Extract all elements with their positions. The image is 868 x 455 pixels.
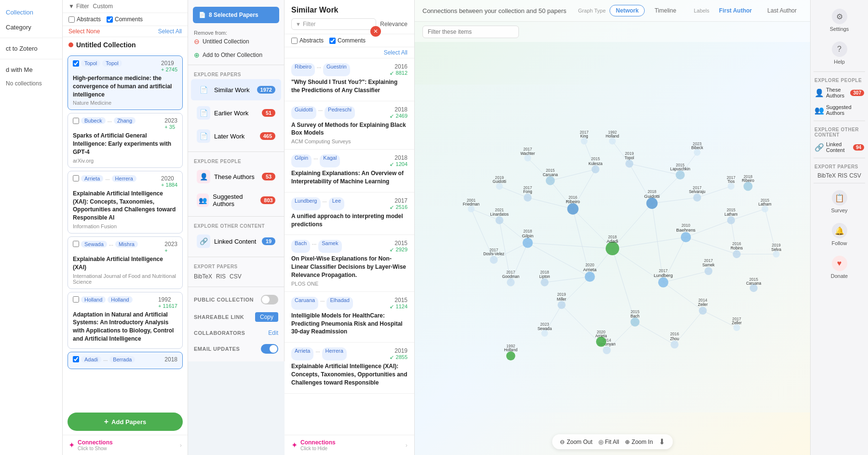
donate-button[interactable]: ♥ Donate: [811, 251, 868, 284]
similar-card-header: Arrieta ... Herrera 2019 ↙ 2855: [291, 347, 407, 360]
settings-button[interactable]: ⚙ Settings: [811, 4, 868, 37]
remove-from-item[interactable]: ⊖ Untitled Collection: [194, 38, 278, 45]
similar-paper-title: Explainable Artificial Intelligence (XAI…: [291, 362, 407, 386]
paper-checkbox[interactable]: [73, 60, 79, 67]
similar-paper-title: Intelligible Models for HealthCare: Pred…: [291, 312, 407, 336]
add-papers-button[interactable]: + Add Papers: [68, 413, 183, 431]
zoom-out-button[interactable]: ⊖ Zoom Out: [560, 439, 592, 445]
these-authors-badge: 53: [262, 173, 275, 180]
comments-checkbox[interactable]: [107, 16, 113, 23]
selected-papers-button[interactable]: 📄 8 Selected Papers: [193, 7, 279, 23]
network-filter-input[interactable]: [422, 26, 519, 38]
sidebar-item-shared[interactable]: d with Me: [0, 62, 62, 77]
add-to-item[interactable]: ⊕ Add to Other Collection: [188, 49, 284, 61]
similar-authors: Bach ... Samek: [291, 240, 342, 253]
paper-checkbox[interactable]: [73, 296, 79, 303]
zoom-in-button[interactable]: ⊕ Zoom In: [625, 439, 653, 445]
svg-point-78: [592, 165, 599, 173]
paper-checkbox[interactable]: [73, 356, 79, 362]
paper-card[interactable]: Topol Topol 2019 + 2745 High-performance…: [68, 55, 183, 110]
abstracts-checkbox-label[interactable]: Abstracts: [68, 16, 101, 23]
sidebar-item-category[interactable]: Category: [0, 20, 62, 35]
explore-papers-label: EXPLORE PAPERS: [188, 69, 284, 78]
connections-bar[interactable]: ✦ Connections Click to Show ›: [63, 435, 188, 455]
relevance-button[interactable]: Relevance: [380, 21, 407, 28]
select-all-button[interactable]: Select All: [158, 28, 182, 35]
graph-type-section: Graph Type Network Timeline: [578, 5, 682, 16]
fit-all-button[interactable]: ◎ Fit All: [598, 439, 619, 445]
public-collection-toggle[interactable]: [261, 295, 278, 304]
csv-export-button[interactable]: CSV: [230, 273, 242, 280]
paper-card[interactable]: Sewada ... Mishra 2023 + Explainable Art…: [68, 236, 183, 289]
section-divider: [188, 65, 284, 65]
similar-connections-bar[interactable]: ✦ Connections Click to Hide ›: [285, 435, 414, 455]
similar-year-col: 2016 ↙ 8812: [390, 63, 407, 76]
right-explore-people-label: EXPLORE PEOPLE: [811, 74, 868, 84]
similar-comments-checkbox[interactable]: [329, 38, 336, 44]
svg-text:2014: 2014: [698, 298, 707, 303]
first-author-button[interactable]: First Author: [713, 5, 758, 16]
zoom-in-icon: ⊕: [625, 439, 630, 445]
similar-paper-card[interactable]: Bach ... Samek 2015 ↙ 2929 On Pixel-Wise…: [285, 235, 414, 291]
explore-other-label: EXPLORE OTHER CONTENT: [188, 221, 284, 230]
help-button[interactable]: ? Help: [811, 37, 868, 69]
similar-comments-label[interactable]: Comments: [329, 37, 366, 44]
earlier-work-button[interactable]: 📄 Earlier Work 51: [191, 102, 281, 124]
right-linked-content-button[interactable]: 🔗 Linked Content 94: [811, 138, 868, 156]
svg-text:2018: 2018: [744, 175, 753, 179]
filter-button[interactable]: ▼ Filter: [68, 3, 89, 10]
sidebar-item-collection[interactable]: Collection: [0, 5, 62, 20]
paper-card[interactable]: Bubeck ... Zhang 2023 + 35 Sparks of Art…: [68, 113, 183, 167]
author-tag: Mishra: [115, 241, 138, 248]
linked-content-button[interactable]: 🔗 Linked Content 19: [191, 231, 281, 252]
edit-button[interactable]: Edit: [268, 330, 278, 336]
survey-button[interactable]: 📋 Survey: [811, 185, 868, 218]
network-svg[interactable]: Adadi 2018 Ribeiro 2016 Guidotti 2018 Ar…: [415, 42, 810, 455]
similar-abstracts-checkbox[interactable]: [291, 38, 298, 44]
timeline-type-button[interactable]: Timeline: [649, 5, 682, 16]
last-author-button[interactable]: Last Author: [761, 5, 802, 16]
comments-checkbox-label[interactable]: Comments: [107, 16, 143, 23]
svg-text:2018: 2018: [648, 190, 657, 194]
author-dots: ...: [105, 175, 109, 182]
svg-text:Doshi-Velez: Doshi-Velez: [483, 252, 504, 256]
collection-dot: [68, 42, 73, 47]
these-authors-button[interactable]: 👤 These Authors 53: [191, 166, 281, 187]
right-bibtex-button[interactable]: BibTeX: [817, 172, 836, 179]
email-updates-toggle[interactable]: [261, 344, 278, 354]
later-work-button[interactable]: 📄 Later Work 465: [191, 125, 281, 147]
similar-paper-card[interactable]: Gilpin ... Kagal 2018 ↙ 1204 Explaining …: [285, 150, 414, 193]
similar-abstracts-label[interactable]: Abstracts: [291, 37, 324, 44]
right-csv-button[interactable]: CSV: [849, 172, 861, 179]
similar-paper-card[interactable]: Arrieta ... Herrera 2019 ↙ 2855 Explaina…: [285, 343, 414, 393]
suggested-authors-button[interactable]: 👥 Suggested Authors 803: [191, 189, 281, 211]
paper-checkbox[interactable]: [73, 118, 79, 124]
right-these-authors-button[interactable]: 👤 These Authors 307: [811, 84, 868, 101]
author-tag: Bubeck: [81, 117, 106, 124]
network-type-button[interactable]: Network: [610, 5, 645, 16]
paper-card[interactable]: Adadi ... Berrada 2018: [68, 352, 183, 369]
author-tag: Sewada: [81, 241, 107, 248]
paper-checkbox[interactable]: [73, 175, 79, 181]
paper-card[interactable]: Arrieta ... Herrera 2020 + 1884 Explaina…: [68, 171, 183, 234]
similar-paper-card[interactable]: Lundberg ... Lee 2017 ↙ 2516 A unified a…: [285, 193, 414, 235]
right-ris-button[interactable]: RIS: [838, 172, 847, 179]
similar-select-all[interactable]: Select All: [285, 47, 414, 58]
close-button[interactable]: ✕: [370, 26, 381, 37]
custom-button[interactable]: Custom: [93, 3, 113, 10]
follow-button[interactable]: 🔔 Follow: [811, 218, 868, 251]
select-none-button[interactable]: Select None: [68, 28, 100, 35]
similar-paper-card[interactable]: Guidotti ... Pedreschi 2018 ↙ 2469 A Sur…: [285, 101, 414, 150]
sidebar-item-zotero[interactable]: ct to Zotero: [0, 41, 62, 56]
similar-paper-card[interactable]: Caruana ... Elhadad 2015 ↙ 1124 Intellig…: [285, 292, 414, 343]
paper-checkbox[interactable]: [73, 241, 79, 247]
similar-work-button[interactable]: 📄 Similar Work 1972: [191, 79, 281, 100]
similar-paper-card[interactable]: Ribeiro ... Guestrin 2016 ↙ 8812 "Why Sh…: [285, 58, 414, 101]
paper-card[interactable]: Holland Holland 1992 + 11617 Adaptation …: [68, 292, 183, 349]
right-suggested-authors-button[interactable]: 👥 Suggested Authors: [811, 101, 868, 119]
bibtex-export-button[interactable]: BibTeX: [194, 273, 212, 280]
ris-export-button[interactable]: RIS: [216, 273, 226, 280]
copy-button[interactable]: Copy: [255, 312, 278, 322]
download-button[interactable]: ⬇: [659, 437, 665, 446]
abstracts-checkbox[interactable]: [68, 16, 75, 23]
